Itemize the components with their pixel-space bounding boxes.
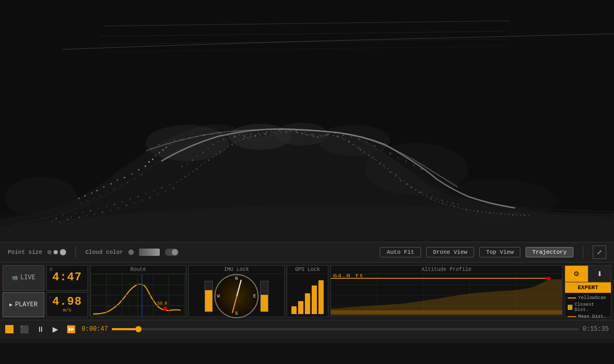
svg-point-207 [218,141,219,142]
svg-rect-51 [103,186,105,188]
svg-point-199 [528,215,529,216]
svg-point-192 [501,213,502,215]
svg-point-128 [251,136,252,137]
live-button[interactable]: 📹 LIVE [3,265,44,291]
svg-point-95 [122,201,123,202]
svg-point-113 [193,171,194,172]
svg-rect-62 [142,174,143,175]
route-chart: 50.R [91,274,186,317]
svg-point-78 [56,218,57,219]
svg-point-203 [197,155,198,157]
svg-point-123 [232,144,233,146]
svg-point-88 [94,214,95,215]
svg-point-98 [134,202,135,203]
svg-point-131 [263,133,264,134]
svg-point-81 [67,219,69,220]
imu-bar-fill-right [261,295,268,311]
settings-button[interactable]: ⚙ [565,266,589,282]
speed-unit: m/s [63,308,71,313]
svg-point-184 [469,210,470,211]
auto-fit-button[interactable]: Auto Fit [380,247,421,257]
svg-point-218 [275,133,277,134]
legend-line-yellow [568,297,576,298]
download-button[interactable]: ⬇ [589,266,611,282]
svg-point-160 [376,160,377,161]
svg-point-193 [505,214,506,215]
fast-forward-button[interactable]: ⏩ [65,324,78,334]
player-icon: ▶ [9,302,12,308]
end-time: 0:15:35 [583,326,609,333]
clock-icon: ⏱ [49,267,53,272]
svg-point-163 [388,168,389,169]
svg-point-122 [227,146,228,147]
top-view-button[interactable]: Top View [479,247,520,257]
svg-point-126 [243,138,245,140]
expand-button[interactable]: ⤢ [593,245,606,259]
gps-bar-1 [291,306,297,314]
svg-point-196 [516,214,517,215]
svg-rect-56 [120,185,121,186]
expert-panel: ⚙ ⬇ EXPERT YellowScan Closest Dist. [565,265,611,317]
compass-south: S [235,311,238,316]
svg-point-182 [462,208,463,209]
progress-bar[interactable] [112,328,578,330]
svg-point-197 [520,215,521,216]
svg-point-233 [353,144,354,145]
svg-point-230 [338,136,339,138]
svg-rect-54 [113,188,114,189]
imu-panel: IMU Lock N S E W [188,265,285,317]
point-size-selector[interactable] [47,249,66,255]
point-cloud-svg [0,0,614,242]
stop-button[interactable]: ⬛ [18,324,31,334]
legend-yellowscan: YellowScan [568,295,608,301]
svg-point-127 [247,137,248,138]
svg-point-262 [163,307,167,311]
svg-rect-50 [100,195,101,196]
compass-west: W [217,294,220,299]
point-size-medium[interactable] [54,250,58,254]
svg-point-86 [86,215,87,216]
svg-rect-66 [155,155,156,156]
svg-point-180 [454,206,455,207]
imu-bar-right-1 [260,281,268,312]
point-size-large[interactable] [60,249,66,255]
point-cloud-viewport [0,0,614,242]
time-value: 4:47 [53,272,82,283]
svg-point-175 [434,200,436,201]
legend-mean-text: Mean Dist. [578,314,606,319]
svg-point-125 [239,140,240,141]
progress-thumb[interactable] [135,326,142,332]
svg-point-112 [188,174,189,175]
svg-point-94 [118,207,119,209]
svg-point-92 [110,210,111,211]
svg-point-251 [447,201,448,202]
svg-point-243 [405,184,406,185]
legend-closest-text: Closest Dist. [574,302,608,313]
pause-button[interactable]: ⏸ [35,324,46,334]
svg-rect-64 [148,161,150,163]
svg-point-202 [192,160,194,161]
record-button[interactable] [5,325,14,333]
expert-button[interactable]: EXPERT [565,282,611,293]
svg-point-186 [477,211,479,212]
gps-bar-4 [312,285,317,314]
play-button[interactable]: ▶ [50,324,60,334]
svg-rect-49 [96,190,98,191]
point-size-small[interactable] [47,250,52,254]
svg-rect-61 [138,169,139,171]
imu-bar-fill-1 [205,290,212,311]
trajectory-button[interactable]: Trajectory [526,247,573,257]
svg-point-89 [98,207,99,209]
imu-left-bars [203,278,214,315]
drone-view-button[interactable]: Drone View [426,247,474,257]
player-button[interactable]: ▶ PLAYER [3,292,44,318]
svg-point-223 [301,133,302,134]
speed-icon: ↕ [49,294,52,299]
svg-point-246 [421,192,423,193]
svg-point-179 [450,205,451,206]
svg-rect-45 [84,195,86,197]
svg-rect-46 [87,200,88,201]
svg-point-91 [106,206,107,207]
svg-point-97 [130,199,131,200]
color-toggle[interactable] [165,249,178,256]
